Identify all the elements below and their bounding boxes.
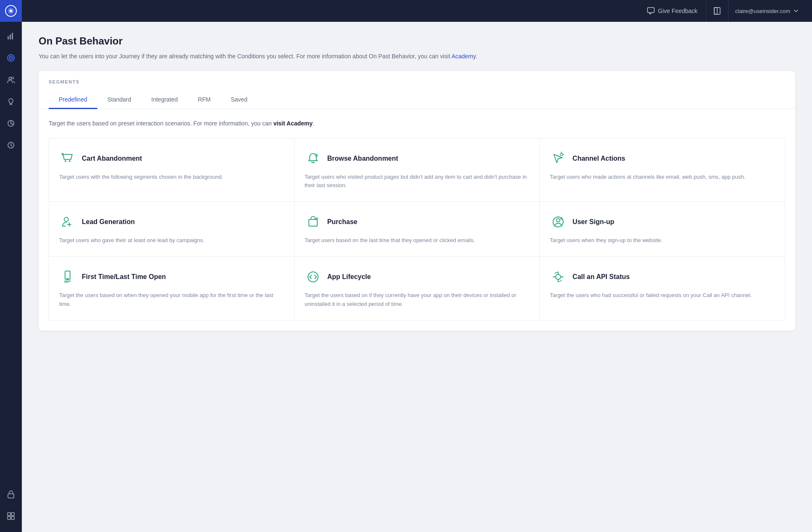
sidebar-item-bulb[interactable]: [0, 91, 22, 112]
bell-icon: [305, 150, 321, 167]
segment-header: First Time/Last Time Open: [59, 269, 284, 285]
segment-header: Lead Generation: [59, 214, 284, 230]
svg-rect-16: [8, 516, 10, 519]
sidebar-item-users[interactable]: [0, 69, 22, 91]
person-circle-icon: [550, 214, 567, 230]
sidebar-item-circle-chart[interactable]: [0, 112, 22, 134]
lead-generation-title: Lead Generation: [82, 218, 135, 226]
svg-rect-14: [8, 513, 10, 516]
first-last-time-open-desc: Target the users based on when they open…: [59, 291, 284, 308]
lead-generation-desc: Target users who gave their at least one…: [59, 236, 284, 245]
svg-rect-15: [11, 513, 14, 516]
sidebar-item-grid[interactable]: [0, 505, 22, 527]
cart-abandonment-desc: Target users with the following segments…: [59, 173, 284, 181]
tab-integrated[interactable]: Integrated: [141, 91, 188, 109]
svg-rect-18: [648, 8, 654, 13]
user-signup-desc: Target users when they sign-up to the we…: [550, 236, 775, 245]
call-api-status-title: Call an API Status: [572, 273, 629, 281]
app-lifecycle-title: App Lifecycle: [327, 273, 371, 281]
app-lifecycle-desc: Target the users based on if they curren…: [305, 291, 530, 308]
bag-icon: [305, 214, 321, 230]
svg-rect-20: [714, 8, 717, 14]
svg-point-34: [556, 274, 561, 279]
browse-abandonment-title: Browse Abandonment: [327, 155, 398, 162]
segment-purchase[interactable]: Purchase Target users based on the last …: [295, 202, 540, 257]
svg-rect-5: [12, 33, 13, 39]
svg-point-23: [69, 160, 70, 162]
page-desc-text: You can let the users into your Journey …: [39, 53, 450, 60]
segment-header: User Sign-up: [550, 214, 775, 230]
segment-header: Call an API Status: [550, 269, 775, 285]
segment-lead-generation[interactable]: Lead Generation Target users who gave th…: [49, 202, 295, 257]
svg-point-9: [9, 77, 11, 80]
card-description: Target the users based on preset interac…: [49, 119, 785, 128]
segments-card: SEGMENTS Predefined Standard Integrated …: [39, 71, 795, 331]
svg-point-26: [64, 217, 68, 222]
svg-point-22: [65, 160, 66, 162]
card-desc-prefix: Target the users based on preset interac…: [49, 120, 272, 127]
sidebar-bottom: [0, 483, 22, 532]
segment-user-signup[interactable]: User Sign-up Target users when they sign…: [540, 202, 785, 257]
sidebar-item-history[interactable]: [0, 134, 22, 156]
segment-app-lifecycle[interactable]: App Lifecycle Target the users based on …: [295, 257, 540, 320]
book-icon-button[interactable]: [706, 0, 728, 22]
feedback-label: Give Feedback: [658, 8, 697, 14]
mobile-icon: [59, 269, 76, 285]
sidebar-item-lock[interactable]: [0, 483, 22, 505]
sidebar-item-target[interactable]: [0, 47, 22, 69]
svg-point-30: [556, 219, 560, 222]
svg-rect-27: [309, 219, 317, 226]
svg-rect-3: [8, 36, 9, 39]
sidebar: [0, 0, 22, 532]
page-desc-period: .: [475, 53, 477, 60]
tab-standard[interactable]: Standard: [97, 91, 141, 109]
svg-rect-17: [11, 516, 14, 519]
purchase-desc: Target users based on the last time that…: [305, 236, 530, 245]
call-api-status-desc: Target the users who had successful or f…: [550, 291, 775, 300]
svg-point-2: [10, 10, 12, 12]
segments-grid: Cart Abandonment Target users with the f…: [49, 138, 785, 321]
segment-header: App Lifecycle: [305, 269, 530, 285]
content-area: On Past Behavior You can let the users i…: [22, 22, 812, 532]
user-signup-title: User Sign-up: [572, 218, 614, 226]
feedback-button[interactable]: Give Feedback: [639, 0, 706, 22]
segment-cart-abandonment[interactable]: Cart Abandonment Target users with the f…: [49, 138, 295, 202]
svg-point-8: [10, 57, 12, 59]
code-circle-icon: [305, 269, 321, 285]
first-last-time-open-title: First Time/Last Time Open: [82, 273, 166, 281]
sidebar-logo: [0, 0, 22, 22]
academy-link[interactable]: Academy: [452, 53, 475, 60]
tab-saved[interactable]: Saved: [221, 91, 258, 109]
tabs-container: Predefined Standard Integrated RFM Saved: [49, 91, 785, 109]
segments-label: SEGMENTS: [49, 79, 785, 84]
purchase-title: Purchase: [327, 218, 358, 226]
segment-first-last-time-open[interactable]: First Time/Last Time Open Target the use…: [49, 257, 295, 320]
svg-point-25: [560, 153, 563, 156]
cursor-icon: [550, 150, 567, 167]
segment-header: Channel Actions: [550, 150, 775, 167]
visit-academy-link[interactable]: visit Academy: [273, 120, 313, 127]
segment-browse-abandonment[interactable]: Browse Abandonment Target users who visi…: [295, 138, 540, 202]
segment-channel-actions[interactable]: Channel Actions Target users who made ac…: [540, 138, 785, 202]
svg-point-10: [12, 77, 14, 79]
topbar: Give Feedback claire@useinsider.com: [22, 0, 812, 22]
svg-rect-13: [8, 494, 14, 498]
page-description: You can let the users into your Journey …: [39, 52, 795, 61]
browse-abandonment-desc: Target users who visited product pages b…: [305, 173, 530, 190]
segment-header: Purchase: [305, 214, 530, 230]
user-menu[interactable]: claire@useinsider.com: [728, 8, 805, 14]
person-plus-icon: [59, 214, 76, 230]
segment-header: Browse Abandonment: [305, 150, 530, 167]
cart-abandonment-title: Cart Abandonment: [82, 155, 142, 162]
main-area: Give Feedback claire@useinsider.com On P…: [22, 0, 812, 532]
sidebar-item-analytics[interactable]: [0, 25, 22, 47]
card-desc-suffix: .: [313, 120, 314, 127]
cart-icon: [59, 150, 76, 167]
tab-rfm[interactable]: RFM: [188, 91, 221, 109]
segment-header: Cart Abandonment: [59, 150, 284, 167]
tab-predefined[interactable]: Predefined: [49, 91, 97, 109]
segment-call-api-status[interactable]: Call an API Status Target the users who …: [540, 257, 785, 320]
svg-rect-4: [10, 34, 11, 39]
card-body: Target the users based on preset interac…: [39, 109, 795, 331]
user-email: claire@useinsider.com: [735, 8, 790, 14]
